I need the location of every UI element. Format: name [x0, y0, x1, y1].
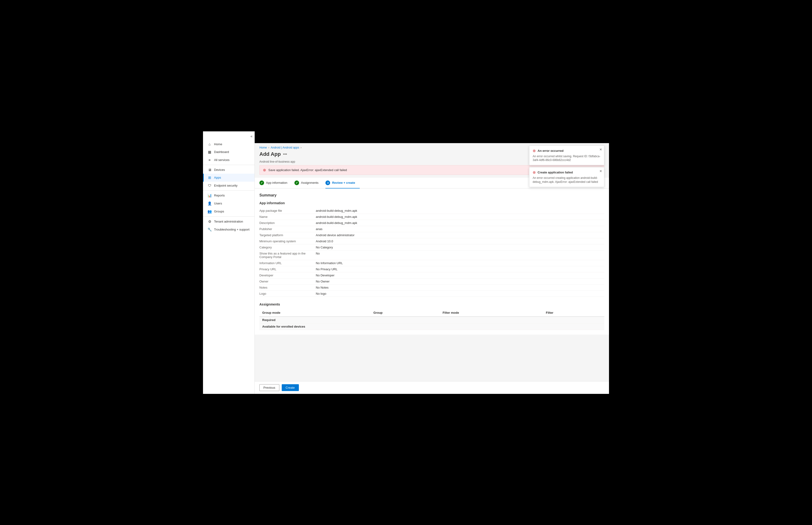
sidebar-item-troubleshooting[interactable]: 🔧 Troubleshooting + support [203, 226, 255, 234]
toast-2-error-icon: ⊗ [533, 170, 536, 175]
summary-row-notes: Notes No Notes [259, 285, 604, 291]
col-group: Group [370, 309, 440, 317]
summary-value-featured: No [316, 252, 320, 259]
breadcrumb-home[interactable]: Home [259, 146, 267, 149]
summary-row-info-url: Information URL No Information URL [259, 260, 604, 266]
summary-value-publisher: anas [316, 227, 322, 231]
summary-value-developer: No Developer [316, 273, 335, 277]
col-group-mode: Group mode [259, 309, 370, 317]
summary-value-description: android-build-debug_mdm.apk [316, 221, 357, 225]
sidebar-item-label: Devices [214, 168, 225, 171]
summary-title: Summary [259, 193, 604, 197]
sidebar-item-groups[interactable]: 👥 Groups [203, 208, 255, 215]
assignments-subheader-required-label: Required [259, 317, 604, 324]
app-information-section-title: App information [259, 201, 604, 205]
summary-label-notes: Notes [259, 286, 316, 289]
sidebar-item-label: Apps [214, 176, 221, 179]
devices-icon: 🖥 [208, 168, 212, 172]
wizard-step-2-label: Assignments [301, 181, 318, 184]
summary-label-name: Name [259, 215, 316, 219]
toast-2-title: Create application failed [538, 170, 573, 174]
sidebar-item-dashboard[interactable]: ▦ Dashboard [203, 148, 255, 156]
endpoint-security-icon: 🛡 [208, 183, 212, 188]
breadcrumb-separator-2: › [301, 146, 302, 149]
toast-container: ✕ ⊗ An error occurred An error occurred … [529, 146, 604, 187]
summary-value-app-package: android-build-debug_mdm.apk [316, 209, 357, 212]
reports-icon: 📊 [208, 193, 212, 198]
toast-create-failed: ✕ ⊗ Create application failed An error o… [529, 167, 604, 187]
summary-row-publisher: Publisher anas [259, 226, 604, 232]
summary-label-logo: Logo [259, 292, 316, 296]
summary-value-name: android-build-debug_mdm.apk [316, 215, 357, 219]
wizard-step-3-circle: 3 [325, 180, 330, 185]
previous-button[interactable]: Previous [259, 384, 279, 391]
create-button[interactable]: Create [282, 384, 299, 391]
sidebar-item-endpoint-security[interactable]: 🛡 Endpoint security [203, 182, 255, 190]
sidebar-item-label: Dashboard [214, 150, 229, 154]
summary-value-privacy-url: No Privacy URL [316, 267, 337, 271]
sidebar-item-label: Tenant administration [214, 220, 243, 223]
wizard-step-2-circle: ✓ [294, 180, 299, 185]
summary-row-featured: Show this as a featured app in the Compa… [259, 251, 604, 260]
summary-label-info-url: Information URL [259, 261, 316, 265]
dashboard-icon: ▦ [208, 150, 212, 154]
wizard-step-review-create[interactable]: 3 Review + create [325, 178, 360, 189]
users-icon: 👤 [208, 201, 212, 206]
toast-1-error-icon: ⊗ [533, 149, 536, 153]
assignments-section-title: Assignments [259, 302, 604, 306]
page-menu-button[interactable]: ••• [283, 152, 287, 156]
sidebar-item-devices[interactable]: 🖥 Devices [203, 166, 255, 174]
sidebar-item-users[interactable]: 👤 Users [203, 199, 255, 208]
summary-row-targeted-platform: Targeted platform Android device adminis… [259, 232, 604, 238]
sidebar-item-all-services[interactable]: ≡ All services [203, 156, 255, 164]
sidebar-item-apps[interactable]: ⊞ Apps [203, 174, 255, 182]
summary-value-owner: No Owner [316, 280, 330, 283]
home-icon: ⌂ [208, 142, 212, 146]
wizard-step-3-label: Review + create [332, 181, 355, 184]
assignments-table: Group mode Group Filter mode Filter Requ… [259, 309, 604, 330]
breadcrumb-separator-1: › [268, 146, 269, 149]
sidebar-item-label: Reports [214, 194, 225, 197]
summary-row-description: Description android-build-debug_mdm.apk [259, 220, 604, 226]
groups-icon: 👥 [208, 209, 212, 214]
summary-label-privacy-url: Privacy URL [259, 267, 316, 271]
assignments-table-header-row: Group mode Group Filter mode Filter [259, 309, 604, 317]
sidebar-item-label: Groups [214, 210, 224, 213]
error-banner-message: Save application failed. AjaxError: ajax… [268, 168, 347, 172]
summary-label-developer: Developer [259, 273, 316, 277]
assignments-subheader-available: Available for enrolled devices [259, 323, 604, 330]
summary-label-category: Category [259, 245, 316, 249]
toast-1-body: An error occurred whilst saving. Request… [533, 154, 601, 162]
toast-2-close-button[interactable]: ✕ [599, 169, 602, 173]
sidebar-collapse-button[interactable]: « [250, 134, 252, 138]
summary-row-developer: Developer No Developer [259, 272, 604, 279]
toast-1-title: An error occurred [538, 149, 564, 152]
assignments-subheader-required: Required [259, 317, 604, 324]
sidebar: « ⌂ Home ▦ Dashboard ≡ All services 🖥 De… [203, 131, 255, 394]
error-banner-icon: ⊗ [263, 168, 266, 172]
page-title: Add App [259, 151, 281, 157]
bottom-toolbar: Previous Create [255, 381, 609, 394]
sidebar-item-label: Home [214, 142, 222, 146]
wizard-step-1-label: App information [266, 181, 287, 184]
wizard-step-assignments[interactable]: ✓ Assignments [294, 178, 323, 189]
toast-1-close-button[interactable]: ✕ [599, 148, 602, 151]
summary-value-info-url: No Information URL [316, 261, 343, 265]
summary-row-logo: Logo No logo [259, 291, 604, 297]
summary-row-name: Name android-build-debug_mdm.apk [259, 214, 604, 220]
toast-1-header: ⊗ An error occurred [533, 149, 601, 153]
summary-label-min-os: Minimum operating system [259, 239, 316, 243]
sidebar-item-home[interactable]: ⌂ Home [203, 140, 255, 148]
content-card: Summary App information App package file… [255, 189, 609, 335]
summary-value-notes: No Notes [316, 286, 328, 289]
summary-table: App package file android-build-debug_mdm… [259, 208, 604, 297]
sidebar-item-reports[interactable]: 📊 Reports [203, 192, 255, 199]
wizard-step-app-information[interactable]: ✓ App information [259, 178, 292, 189]
summary-row-min-os: Minimum operating system Android 10.0 [259, 238, 604, 244]
summary-row-category: Category No Category [259, 244, 604, 251]
toast-2-body: An error occurred creating application a… [533, 176, 601, 184]
summary-label-targeted-platform: Targeted platform [259, 234, 316, 237]
summary-value-min-os: Android 10.0 [316, 239, 333, 243]
breadcrumb-android-apps[interactable]: Android | Android apps [271, 146, 299, 149]
sidebar-item-tenant-admin[interactable]: ⚙ Tenant administration [203, 217, 255, 226]
